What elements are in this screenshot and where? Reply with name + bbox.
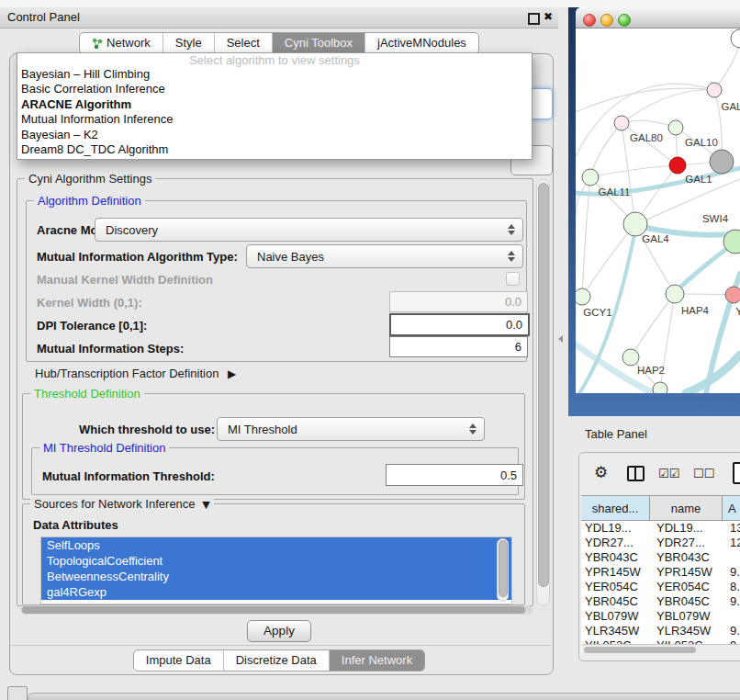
table-row[interactable]: YDR27...YDR27...12 bbox=[581, 536, 740, 550]
table-row[interactable]: YBR045CYBR045C9. bbox=[581, 594, 740, 609]
kernel-width-label: Kernel Width (0,1): bbox=[37, 296, 142, 310]
table-hscrollbar[interactable] bbox=[582, 644, 740, 655]
settings-hscrollbar[interactable] bbox=[20, 605, 533, 615]
table-row[interactable]: YER054CYER054C8. bbox=[581, 580, 740, 594]
tab-label: Impute Data bbox=[146, 650, 211, 671]
tab-network[interactable]: Network bbox=[80, 33, 163, 53]
algorithm-option[interactable]: ARACNE Algorithm bbox=[17, 97, 532, 112]
network-node[interactable] bbox=[710, 150, 734, 174]
tab-jactivemnodules[interactable]: jActiveMNodules bbox=[364, 33, 478, 53]
table-row[interactable]: YBR043CYBR043C bbox=[581, 550, 740, 565]
network-node-gal[interactable] bbox=[707, 83, 722, 97]
kernel-width-value: 0.0 bbox=[505, 295, 521, 309]
network-icon bbox=[92, 38, 103, 49]
tab-label: Infer Network bbox=[342, 650, 412, 671]
algorithm-option[interactable]: Bayesian – Hill Climbing bbox=[17, 67, 532, 82]
close-icon[interactable]: ✖ bbox=[544, 10, 553, 23]
float-panel-icon[interactable] bbox=[528, 13, 540, 25]
table-cell: 9. bbox=[728, 565, 740, 580]
top-strip bbox=[0, 0, 740, 7]
table-hscrollbar-thumb[interactable] bbox=[584, 647, 696, 653]
tab-label: jActiveMNodules bbox=[377, 33, 466, 53]
table-cell: YER054C bbox=[581, 580, 653, 594]
columns-icon[interactable] bbox=[627, 466, 645, 481]
column-header-name[interactable]: name bbox=[650, 496, 723, 520]
table-cell: YPR145W bbox=[653, 565, 728, 580]
attribute-list-item[interactable]: gal4RGexp bbox=[41, 584, 511, 600]
minimize-window-icon[interactable] bbox=[600, 14, 613, 27]
threshold-definition-title: Threshold Definition bbox=[30, 387, 144, 401]
tab-label: Discretize Data bbox=[236, 650, 317, 671]
network-node-hap4[interactable] bbox=[666, 285, 684, 303]
node-label: GAL4 bbox=[642, 233, 669, 244]
bottom-tab-infer-network[interactable]: Infer Network bbox=[329, 650, 424, 671]
checked-boxes-icon[interactable]: ☑☑ bbox=[658, 467, 679, 480]
network-node-gal10[interactable] bbox=[668, 120, 683, 135]
document-icon[interactable] bbox=[733, 462, 740, 484]
attributes-list-scrollbar[interactable] bbox=[497, 538, 509, 602]
collapsed-panel-icon[interactable] bbox=[7, 686, 28, 700]
which-threshold-value: MI Threshold bbox=[218, 423, 465, 436]
attribute-list-item[interactable]: BetweennessCentrality bbox=[41, 569, 511, 584]
tab-cyni-toolbox[interactable]: Cyni Toolbox bbox=[272, 33, 364, 53]
table-row[interactable]: YDL19...YDL19...13 bbox=[581, 521, 740, 536]
manual-kernel-checkbox[interactable] bbox=[506, 272, 520, 286]
network-view-window: GALGAL80GAL10GAL1GAL11SWI4GAL4GCY1HAP4YH… bbox=[576, 7, 740, 393]
network-node-gcy1[interactable] bbox=[576, 288, 590, 305]
column-header-partial[interactable]: A bbox=[723, 496, 740, 520]
network-node-y[interactable] bbox=[725, 287, 740, 303]
network-node-gal80[interactable] bbox=[614, 116, 629, 130]
panel-title: Control Panel bbox=[7, 10, 80, 24]
network-weighted-edges bbox=[576, 168, 740, 393]
kernel-width-field[interactable]: 0.0 bbox=[389, 291, 528, 312]
attribute-list-item[interactable]: SelfLoops bbox=[41, 537, 511, 553]
tab-style[interactable]: Style bbox=[163, 33, 214, 53]
tab-select[interactable]: Select bbox=[214, 33, 272, 53]
dpi-tolerance-field[interactable]: 0.0 bbox=[389, 313, 530, 336]
settings-hscrollbar-thumb[interactable] bbox=[22, 606, 525, 614]
network-node[interactable] bbox=[731, 29, 740, 48]
mi-threshold-field[interactable]: 0.5 bbox=[386, 464, 523, 486]
column-header-shared-name[interactable]: shared... bbox=[581, 496, 650, 520]
node-label: HAP4 bbox=[681, 305, 710, 316]
which-threshold-combobox[interactable]: MI Threshold bbox=[217, 417, 485, 441]
attributes-scrollbar-thumb[interactable] bbox=[499, 540, 508, 597]
top-tab-bar: NetworkStyleSelectCyni ToolboxjActiveMNo… bbox=[0, 32, 558, 54]
algorithm-option[interactable]: Dream8 DC_TDC Algorithm bbox=[17, 142, 532, 157]
algorithm-option[interactable]: Basic Correlation Inference bbox=[17, 82, 532, 96]
table-cell: 12 bbox=[728, 536, 740, 550]
algorithm-option[interactable]: Mutual Information Inference bbox=[17, 112, 532, 127]
table-cell: YBL079W bbox=[653, 609, 728, 624]
data-attributes-list: SelfLoopsTopologicalCoefficientBetweenne… bbox=[40, 536, 512, 604]
sources-title-toggle[interactable]: Sources for Network Inference ▼ bbox=[30, 497, 214, 512]
settings-scrollbar[interactable] bbox=[536, 179, 550, 605]
network-node-hap2[interactable] bbox=[622, 349, 639, 366]
gear-icon[interactable]: ⚙ bbox=[594, 463, 608, 481]
network-node-gal1[interactable] bbox=[669, 157, 686, 174]
table-panel-title: Table Panel bbox=[585, 427, 647, 441]
mi-steps-field[interactable]: 6 bbox=[389, 336, 528, 357]
screen: Control Panel ✖ NetworkStyleSelectCyni T… bbox=[0, 0, 740, 700]
apply-button[interactable]: Apply bbox=[247, 620, 311, 642]
attribute-list-item[interactable]: TopologicalCoefficient bbox=[41, 553, 511, 569]
node-label: GAL bbox=[721, 101, 740, 112]
network-node-gal11[interactable] bbox=[582, 169, 599, 186]
network-node[interactable] bbox=[653, 382, 667, 393]
bottom-tab-discretize-data[interactable]: Discretize Data bbox=[223, 650, 329, 671]
network-window-titlebar[interactable] bbox=[576, 7, 740, 28]
hub-definition-toggle[interactable]: Hub/Transcription Factor Definition ▶ bbox=[35, 367, 236, 380]
zoom-window-icon[interactable] bbox=[618, 14, 631, 27]
table-cell: 9. bbox=[728, 624, 740, 638]
panel-splitter-icon[interactable] bbox=[558, 335, 563, 343]
close-window-icon[interactable] bbox=[583, 14, 596, 27]
table-cell: YBR043C bbox=[653, 550, 728, 565]
settings-scrollbar-thumb[interactable] bbox=[538, 183, 549, 587]
table-row[interactable]: YLR345WYLR345W9. bbox=[581, 624, 740, 638]
bottom-tab-impute-data[interactable]: Impute Data bbox=[134, 650, 223, 671]
table-row[interactable]: YBL079WYBL079W bbox=[581, 609, 740, 624]
table-row[interactable]: YPR145WYPR145W9. bbox=[581, 565, 740, 580]
mi-type-combobox[interactable]: Naive Bayes bbox=[246, 244, 523, 268]
aracne-mode-combobox[interactable]: Discovery bbox=[95, 218, 523, 242]
algorithm-option[interactable]: Bayesian – K2 bbox=[17, 128, 532, 142]
unchecked-boxes-icon[interactable]: ☐☐ bbox=[693, 467, 714, 480]
